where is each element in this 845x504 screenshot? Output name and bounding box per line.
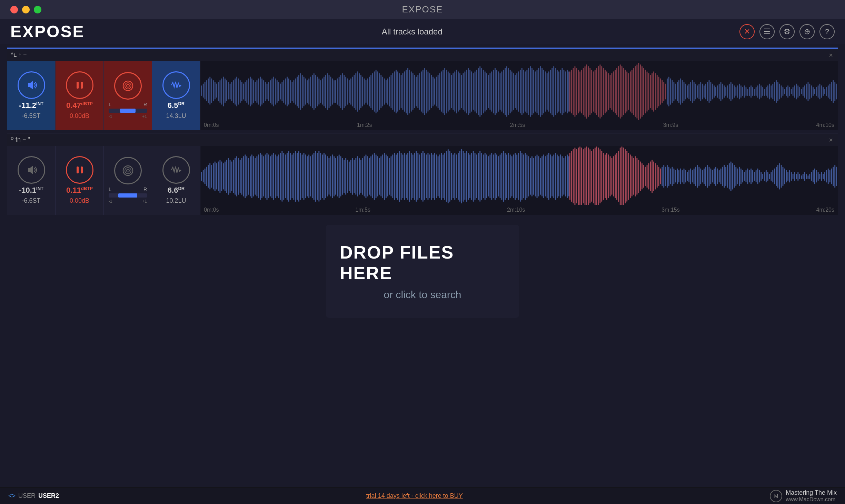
svg-rect-69 bbox=[305, 79, 306, 105]
track-label-1: ᴬʟ ↑ − bbox=[11, 51, 27, 59]
svg-marker-387 bbox=[28, 166, 33, 174]
svg-rect-394 bbox=[203, 170, 204, 182]
svg-point-392 bbox=[127, 169, 129, 172]
record-icon-2 bbox=[114, 157, 142, 184]
svg-rect-464 bbox=[320, 153, 321, 200]
svg-rect-129 bbox=[640, 64, 641, 119]
svg-rect-555 bbox=[473, 151, 474, 202]
svg-rect-692 bbox=[702, 170, 703, 182]
svg-rect-87 bbox=[569, 71, 570, 111]
waveform-area-2[interactable]: 0m:0s 1m:5s 2m:10s 3m:15s 4m:20s bbox=[200, 146, 838, 215]
svg-rect-648 bbox=[628, 153, 629, 200]
svg-rect-119 bbox=[623, 68, 624, 115]
svg-rect-672 bbox=[668, 167, 669, 186]
header-settings-btn[interactable]: ⚙ bbox=[779, 24, 795, 39]
svg-rect-11 bbox=[208, 79, 209, 103]
svg-rect-265 bbox=[537, 70, 538, 113]
svg-rect-446 bbox=[290, 153, 291, 200]
svg-rect-272 bbox=[548, 71, 549, 111]
svg-rect-102 bbox=[595, 70, 596, 113]
svg-rect-372 bbox=[813, 87, 814, 96]
header-close-btn[interactable]: ✕ bbox=[739, 24, 755, 39]
svg-rect-530 bbox=[431, 153, 432, 200]
svg-rect-248 bbox=[508, 68, 509, 115]
svg-rect-205 bbox=[436, 77, 437, 107]
track-body-2: -10.1INT -6.6ST 0.11dBTP 0.00dB bbox=[7, 146, 838, 215]
svg-rect-66 bbox=[300, 73, 301, 110]
window-close-btn[interactable] bbox=[10, 6, 18, 13]
svg-rect-421 bbox=[248, 158, 249, 194]
header-list-btn[interactable]: ☰ bbox=[759, 24, 775, 39]
svg-rect-132 bbox=[645, 70, 646, 113]
svg-rect-541 bbox=[449, 151, 450, 202]
svg-rect-737 bbox=[777, 165, 778, 188]
svg-rect-635 bbox=[606, 153, 607, 200]
svg-rect-601 bbox=[550, 154, 551, 198]
svg-rect-57 bbox=[285, 79, 286, 105]
timecode-2-4: 4m:20s bbox=[816, 207, 834, 213]
svg-rect-429 bbox=[261, 154, 262, 198]
svg-rect-445 bbox=[288, 151, 289, 202]
svg-rect-55 bbox=[281, 82, 282, 101]
svg-rect-101 bbox=[593, 71, 594, 111]
svg-rect-318 bbox=[722, 84, 723, 100]
svg-rect-630 bbox=[598, 148, 599, 205]
svg-rect-708 bbox=[729, 163, 730, 190]
dr-metric-1: 6.5DR 14.3LU bbox=[152, 61, 200, 130]
svg-rect-289 bbox=[673, 82, 674, 101]
drop-zone[interactable]: DROP FILES HERE or click to search bbox=[326, 225, 519, 318]
svg-rect-256 bbox=[521, 68, 523, 115]
window-maximize-btn[interactable] bbox=[34, 6, 41, 13]
waveform-area-1[interactable]: 0m:0s 1m:2s 2m:5s 3m:9s 4m:10s bbox=[200, 61, 838, 130]
svg-rect-208 bbox=[441, 71, 442, 111]
waveform-icon-2 bbox=[162, 156, 190, 184]
svg-rect-711 bbox=[734, 165, 735, 188]
svg-rect-498 bbox=[377, 156, 378, 196]
svg-rect-19 bbox=[221, 79, 222, 105]
svg-rect-740 bbox=[783, 167, 784, 186]
svg-rect-221 bbox=[463, 73, 464, 110]
svg-rect-699 bbox=[714, 169, 715, 184]
header-filter-btn[interactable]: ⊕ bbox=[799, 24, 815, 39]
svg-rect-355 bbox=[784, 89, 785, 94]
svg-rect-352 bbox=[779, 84, 780, 100]
svg-rect-592 bbox=[535, 156, 536, 196]
window-minimize-btn[interactable] bbox=[22, 6, 30, 13]
window-controls bbox=[10, 6, 41, 13]
svg-rect-321 bbox=[727, 85, 728, 98]
track-close-1[interactable]: × bbox=[829, 51, 833, 59]
svg-rect-678 bbox=[678, 170, 679, 182]
svg-rect-474 bbox=[337, 156, 338, 196]
timecode-2-0: 0m:0s bbox=[204, 207, 219, 213]
svg-rect-189 bbox=[409, 70, 410, 113]
svg-rect-229 bbox=[476, 70, 477, 113]
svg-rect-238 bbox=[491, 71, 492, 111]
svg-rect-96 bbox=[585, 66, 586, 117]
svg-rect-60 bbox=[290, 80, 291, 103]
track-close-2[interactable]: × bbox=[829, 136, 833, 144]
header-help-btn[interactable]: ? bbox=[819, 24, 835, 39]
svg-rect-695 bbox=[707, 165, 708, 188]
svg-rect-423 bbox=[251, 154, 252, 198]
svg-rect-244 bbox=[501, 71, 502, 111]
svg-rect-386 bbox=[836, 84, 837, 100]
trial-notice[interactable]: trial 14 days left - click here to BUY bbox=[366, 492, 463, 500]
svg-rect-621 bbox=[583, 149, 584, 203]
svg-rect-668 bbox=[662, 167, 663, 186]
svg-rect-237 bbox=[489, 73, 490, 110]
svg-rect-242 bbox=[498, 71, 499, 111]
svg-rect-203 bbox=[433, 77, 434, 107]
svg-rect-654 bbox=[638, 160, 639, 193]
user-arrows-icon: <> bbox=[8, 492, 16, 500]
svg-rect-505 bbox=[389, 158, 390, 194]
svg-rect-164 bbox=[367, 79, 368, 105]
svg-rect-163 bbox=[366, 80, 367, 103]
svg-rect-481 bbox=[349, 162, 350, 191]
svg-rect-210 bbox=[444, 68, 445, 115]
svg-rect-359 bbox=[791, 89, 792, 94]
svg-rect-366 bbox=[803, 87, 804, 96]
svg-rect-550 bbox=[464, 153, 465, 200]
svg-rect-300 bbox=[692, 80, 693, 103]
svg-rect-532 bbox=[434, 153, 435, 200]
svg-rect-144 bbox=[665, 84, 666, 100]
